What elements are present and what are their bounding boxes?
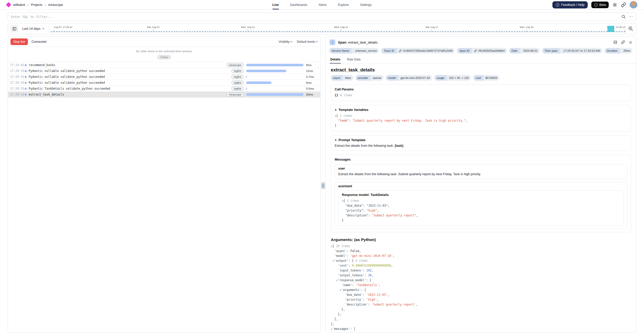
code-line: 'description': 'Submit quarterly report'… [331,302,631,307]
breadcrumb-project[interactable]: mirascope [48,3,63,7]
code-token [335,119,338,122]
timeline-tick-label: Mon, Aug 12 [241,26,255,28]
time-range-dropdown[interactable]: Last 14 days [21,27,46,30]
duration-bar [246,87,303,90]
code-token: , [379,283,380,287]
span-meta-pill[interactable]: Time span 17:29:33.917 to 17:29:33.946 [542,48,602,54]
prompt-template-text: Extract the details from the following t… [335,144,627,148]
tab-details[interactable]: Details [330,56,341,64]
tab-explore[interactable]: Explore [338,0,349,9]
tab-settings[interactable]: Settings [360,0,372,9]
feedback-help-button[interactable]: ? Feedback / Help [552,1,588,8]
log-timestamp: 17:29:33 [8,75,24,79]
code-token: , [359,249,361,253]
code-token: 'output' [334,259,348,263]
code-token: : [350,327,354,331]
span-meta-pill[interactable]: Duration 29ms [605,48,632,54]
empty-notice-zone: No older items in the selected time wind… [8,47,320,59]
code-line: } [335,123,627,128]
log-row[interactable]: 17:29:33 Pydantic nullable validate_pyth… [8,68,320,74]
log-row[interactable]: 17:29:33 extract_task_details mirascope … [8,92,320,98]
code-token: : [363,293,366,297]
badge-value: 102 + 30 -> 132 [449,76,469,79]
tab-alerts[interactable]: Alerts [319,0,327,9]
close-panel-button[interactable] [629,40,632,44]
scope-tag[interactable]: logfire [232,69,244,73]
code-token: }, [338,312,342,316]
default-levels-dropdown[interactable]: Default levels [297,40,318,44]
dock-panel-button[interactable] [613,40,617,44]
panel-left-icon [12,27,17,31]
prompt-text: Extract the details from the following t… [335,144,395,148]
code-token: 'model' [334,254,347,258]
code-token: False [350,249,359,253]
tab-raw-data[interactable]: Raw Data [346,56,361,64]
scope-tag[interactable]: logfire [232,81,244,85]
timeline-selection[interactable] [607,26,614,32]
collapse-icon[interactable]: ∧ [335,138,337,142]
breadcrumb-projects[interactable]: Projects [31,3,42,7]
scope-tag[interactable]: mirascope [227,63,244,67]
log-name: Pydantic TaskDetails validate_python suc… [29,87,110,90]
span-meta-pill[interactable]: Date 2024-08-21 [509,48,540,54]
copy-link-button[interactable] [621,40,625,44]
share-link-button[interactable] [621,2,626,7]
drag-handle[interactable] [321,182,325,189]
beta-button[interactable]: i Beta [591,2,609,8]
tab-dashboards[interactable]: Dashboards [290,0,307,9]
visibility-dropdown[interactable]: Visibility [279,40,292,44]
code-token: , [393,254,395,258]
user-avatar[interactable] [630,1,637,9]
more-options-icon[interactable]: ⋯ [629,14,633,19]
collapse-icon[interactable]: ∧ [335,108,337,111]
scope-tag[interactable]: logfire [232,87,244,91]
duration-label: 11ms [306,69,320,72]
duration-label: 0.5ms [306,87,320,90]
code-line: ∨'output': { 4 items [331,258,631,263]
code-token: : [361,288,364,292]
log-row[interactable]: 17:29:33 Pydantic nullable validate_pyth… [8,74,320,80]
badge-label: async [331,75,343,81]
scope-tag[interactable]: logfire [232,75,244,79]
default-levels-label: Default levels [297,40,315,44]
span-meta-pill[interactable]: Trace ID #c3b5157330ea5c1fd4572747af512d… [381,48,455,54]
code-token: } [335,124,336,127]
zoom-in-button[interactable] [628,26,634,32]
panel-resizer[interactable] [321,36,325,333]
timeline-tick-label: Mon, Aug 19 [520,26,533,28]
badge-value: false [345,76,351,79]
sql-filter-input[interactable] [11,15,618,19]
chevron-down-icon [42,27,44,29]
sidebar-toggle-button[interactable] [10,25,18,33]
sun-icon [612,2,617,7]
code-token [331,298,345,301]
timeline[interactable]: Aug 07, 17:26:14 Sat, Aug 10 Mon, Aug 12… [51,23,625,34]
log-row[interactable]: 17:29:33 Pydantic TaskDetails validate_p… [8,86,320,92]
search-icon[interactable] [621,14,626,19]
code-token: { [332,244,336,248]
meta-value: #9c942620aa93dbb4 [478,49,505,52]
log-row[interactable]: 17:29:33 Pydantic nullable validate_pyth… [8,80,320,86]
breadcrumb-org[interactable]: willbakst [13,3,25,7]
tab-live[interactable]: Live [272,0,279,9]
span-meta-pill[interactable]: Span ID #9c942620aa93dbb4 [457,48,507,54]
code-line: "due_date": "2023-11-03", [342,203,620,208]
code-token [342,204,345,207]
stop-live-button[interactable]: Stop live [10,38,28,45]
span-diamond-icon [25,70,27,72]
code-token: : [368,214,372,217]
logfire-logo-icon[interactable] [6,2,11,7]
duration-label: 9ms [306,64,320,67]
span-meta-pill[interactable]: Service Name unknown_service [329,48,379,54]
span-attribute-badge: provider openai [356,75,384,81]
duration-label: 30ms [306,93,320,96]
log-row[interactable]: 17:14:43 recommend_books mirascope 9ms [8,62,320,68]
scope-tag[interactable]: mirascope [227,92,244,97]
timeline-tick-mark [248,29,248,32]
code-line: 'async': False, [331,249,631,254]
log-name: Pydantic nullable validate_python succee… [29,75,105,79]
code-token: 'messages' [332,327,350,331]
span-title: Span: extract_task_details [338,40,378,44]
theme-toggle-button[interactable] [612,2,617,7]
code-token: : [363,269,366,272]
